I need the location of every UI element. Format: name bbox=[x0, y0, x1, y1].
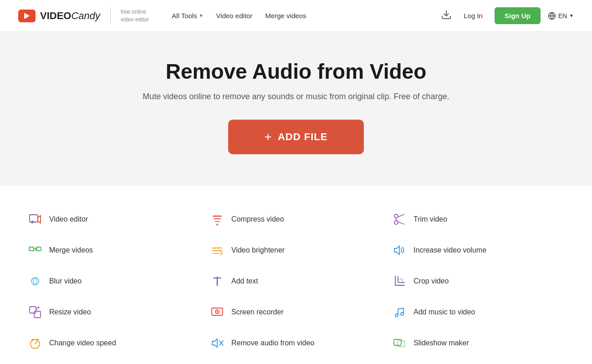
nav-merge-videos[interactable]: Merge videos bbox=[265, 12, 306, 20]
svg-line-26 bbox=[36, 307, 39, 310]
svg-marker-37 bbox=[212, 339, 217, 347]
svg-rect-25 bbox=[34, 311, 41, 318]
tool-label-video-editor: Video editor bbox=[49, 215, 88, 223]
tool-item-merge-videos[interactable]: Merge videos bbox=[27, 240, 200, 261]
logo-divider bbox=[110, 8, 111, 24]
plus-icon: + bbox=[265, 130, 272, 144]
logo-icon bbox=[18, 10, 36, 22]
svg-line-34 bbox=[35, 341, 37, 344]
tool-item-video-brightener[interactable]: Video brightener bbox=[209, 240, 383, 261]
music-icon bbox=[392, 304, 407, 320]
crop-icon bbox=[392, 273, 407, 289]
main-nav: All Tools ▼ Video editor Merge videos bbox=[172, 12, 427, 20]
svg-rect-13 bbox=[29, 247, 34, 251]
svg-marker-19 bbox=[394, 246, 399, 254]
svg-line-10 bbox=[398, 214, 404, 217]
download-button[interactable] bbox=[441, 9, 452, 22]
lang-label: EN bbox=[558, 12, 567, 20]
tool-item-compress-video[interactable]: Compress video bbox=[209, 209, 383, 230]
tool-item-crop-video[interactable]: Crop video bbox=[392, 271, 565, 292]
svg-point-9 bbox=[394, 214, 398, 218]
nav-all-tools[interactable]: All Tools ▼ bbox=[172, 12, 204, 20]
dropdown-arrow-icon: ▼ bbox=[199, 13, 204, 18]
tool-label-resize-video: Resize video bbox=[49, 308, 91, 316]
svg-rect-23 bbox=[398, 279, 403, 283]
tool-item-trim-video[interactable]: Trim video bbox=[392, 209, 565, 230]
video-editor-icon bbox=[27, 212, 43, 227]
tool-item-add-music[interactable]: Add music to video bbox=[392, 302, 565, 323]
add-file-label: ADD FILE bbox=[278, 131, 327, 143]
tool-label-trim-video: Trim video bbox=[413, 215, 447, 223]
tool-item-resize-video[interactable]: Resize video bbox=[27, 302, 200, 323]
header-actions: Log In Sign Up EN ▼ bbox=[441, 7, 574, 24]
svg-line-32 bbox=[398, 308, 403, 309]
tool-label-screen-recorder: Screen recorder bbox=[231, 308, 284, 316]
volume-icon bbox=[392, 243, 407, 258]
tools-grid: Video editor Compress video Trim video M… bbox=[27, 209, 565, 354]
remove-audio-icon bbox=[209, 335, 225, 351]
lang-arrow-icon: ▼ bbox=[569, 13, 574, 18]
svg-line-11 bbox=[398, 222, 404, 224]
tool-label-remove-audio: Remove audio from video bbox=[231, 339, 314, 347]
svg-point-29 bbox=[217, 311, 218, 313]
tool-item-add-text[interactable]: Add text bbox=[209, 271, 383, 292]
svg-rect-24 bbox=[30, 307, 36, 313]
tool-label-slideshow-maker: Slideshow maker bbox=[413, 339, 469, 347]
tool-item-increase-volume[interactable]: Increase video volume bbox=[392, 240, 565, 261]
screen-recorder-icon bbox=[209, 304, 225, 320]
trim-icon bbox=[392, 212, 407, 227]
tool-label-video-brightener: Video brightener bbox=[231, 246, 285, 254]
hero-subtitle: Mute videos online to remove any sounds … bbox=[18, 92, 574, 101]
merge-icon bbox=[27, 243, 43, 258]
blur-icon bbox=[27, 273, 43, 289]
compress-icon bbox=[209, 212, 225, 227]
signup-button[interactable]: Sign Up bbox=[495, 7, 541, 24]
tool-label-crop-video: Crop video bbox=[413, 277, 449, 285]
tool-label-increase-volume: Increase video volume bbox=[413, 246, 486, 254]
tool-item-screen-recorder[interactable]: Screen recorder bbox=[209, 302, 383, 323]
logo-tagline: free online video editor bbox=[121, 8, 149, 24]
resize-icon bbox=[27, 304, 43, 320]
page-title: Remove Audio from Video bbox=[18, 59, 574, 84]
svg-rect-3 bbox=[30, 215, 38, 222]
tool-item-change-speed[interactable]: Change video speed bbox=[27, 333, 200, 354]
tool-item-video-editor[interactable]: Video editor bbox=[27, 209, 200, 230]
tool-label-change-speed: Change video speed bbox=[49, 339, 116, 347]
text-icon bbox=[209, 273, 225, 289]
svg-point-8 bbox=[394, 221, 398, 224]
tool-label-add-text: Add text bbox=[231, 277, 258, 285]
logo-text: VIDEOCandy bbox=[40, 10, 100, 22]
logo[interactable]: VIDEOCandy free online video editor bbox=[18, 8, 149, 24]
speed-icon bbox=[27, 335, 43, 351]
tool-label-compress-video: Compress video bbox=[231, 215, 284, 223]
brightness-icon bbox=[209, 243, 225, 258]
header: VIDEOCandy free online video editor All … bbox=[0, 0, 592, 32]
svg-point-20 bbox=[31, 278, 39, 285]
slideshow-icon bbox=[392, 335, 407, 351]
tool-label-blur-video: Blur video bbox=[49, 277, 82, 285]
hero-section: Remove Audio from Video Mute videos onli… bbox=[0, 32, 592, 186]
tool-label-add-music: Add music to video bbox=[413, 308, 475, 316]
tool-item-blur-video[interactable]: Blur video bbox=[27, 271, 200, 292]
tool-item-remove-audio[interactable]: Remove audio from video bbox=[209, 333, 383, 354]
login-button[interactable]: Log In bbox=[459, 9, 487, 22]
tools-section: Video editor Compress video Trim video M… bbox=[0, 186, 592, 364]
tool-label-merge-videos: Merge videos bbox=[49, 246, 93, 254]
language-selector[interactable]: EN ▼ bbox=[548, 12, 574, 20]
nav-video-editor[interactable]: Video editor bbox=[216, 12, 253, 20]
tool-item-slideshow-maker[interactable]: Slideshow maker bbox=[392, 333, 565, 354]
add-file-button[interactable]: + ADD FILE bbox=[228, 120, 364, 154]
